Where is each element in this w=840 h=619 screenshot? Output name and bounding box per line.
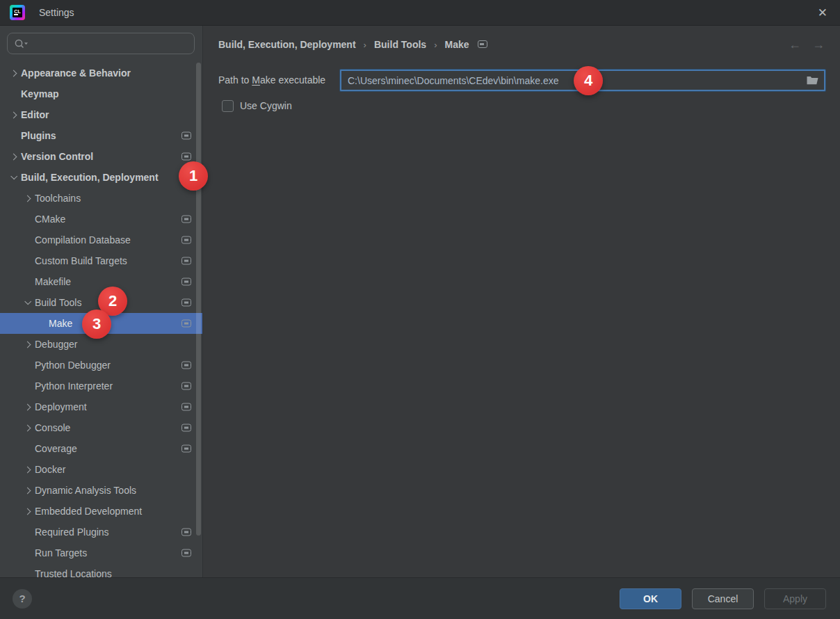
breadcrumb-segment[interactable]: Make — [444, 39, 469, 50]
sidebar-item-label: Coverage — [35, 443, 77, 454]
settings-scope-screen-icon — [181, 403, 191, 411]
sidebar-item-appearance-behavior[interactable]: Appearance & Behavior — [0, 63, 202, 83]
settings-scope-screen-icon — [181, 216, 191, 223]
sidebar-scrollbar[interactable] — [196, 63, 201, 536]
settings-scope-screen-icon — [181, 445, 191, 453]
use-cygwin-label: Use Cygwin — [240, 100, 292, 111]
breadcrumb-segment[interactable]: Build, Execution, Deployment — [218, 39, 356, 50]
chevron-spacer — [6, 125, 21, 146]
chevron-spacer — [19, 563, 35, 577]
chevron-right-icon[interactable] — [19, 459, 35, 480]
search-icon — [14, 38, 29, 49]
sidebar-item-build-execution-deployment[interactable]: Build, Execution, Deployment — [0, 167, 202, 188]
sidebar-item-deployment[interactable]: Deployment — [0, 396, 202, 417]
chevron-spacer — [19, 542, 35, 563]
chevron-right-icon[interactable] — [6, 104, 21, 125]
sidebar-item-plugins[interactable]: Plugins — [0, 125, 202, 146]
sidebar-item-run-targets[interactable]: Run Targets — [0, 542, 202, 563]
breadcrumb-segments: Build, Execution, Deployment›Build Tools… — [218, 39, 487, 50]
sidebar-item-python-debugger[interactable]: Python Debugger — [0, 355, 202, 376]
chevron-right-icon[interactable] — [19, 417, 35, 438]
clion-logo-icon: CL — [10, 5, 25, 20]
settings-content: Build, Execution, Deployment›Build Tools… — [202, 26, 840, 577]
sidebar-item-trusted-locations[interactable]: Trusted Locations — [0, 563, 202, 577]
sidebar-item-label: Python Interpreter — [35, 380, 113, 392]
sidebar-item-label: Make — [49, 318, 72, 329]
sidebar-item-label: Keymap — [21, 88, 58, 99]
settings-scope-screen-icon — [181, 320, 191, 328]
window-title: Settings — [39, 7, 74, 18]
chevron-spacer — [33, 313, 49, 334]
sidebar-item-docker[interactable]: Docker — [0, 459, 202, 480]
annotation-badge-1: 1 — [179, 161, 208, 191]
sidebar-item-keymap[interactable]: Keymap — [0, 83, 202, 104]
sidebar-item-label: Python Debugger — [35, 360, 111, 371]
search-input[interactable] — [32, 38, 194, 49]
chevron-spacer — [19, 271, 35, 292]
chevron-right-icon[interactable] — [19, 501, 35, 522]
browse-folder-icon[interactable] — [807, 76, 818, 85]
close-icon[interactable]: ✕ — [818, 6, 827, 20]
sidebar-item-makefile[interactable]: Makefile — [0, 271, 202, 292]
sidebar-item-editor[interactable]: Editor — [0, 104, 202, 125]
chevron-down-icon[interactable] — [19, 292, 35, 313]
chevron-right-icon[interactable] — [19, 188, 35, 209]
sidebar-item-label: CMake — [35, 214, 65, 225]
settings-scope-screen-icon — [181, 362, 191, 369]
breadcrumb: Build, Execution, Deployment›Build Tools… — [218, 26, 825, 63]
settings-dialog: CL Settings ✕ Appearance & BehaviorKeyma… — [0, 0, 840, 619]
sidebar-item-label: Build, Execution, Deployment — [21, 172, 159, 183]
sidebar-item-embedded-development[interactable]: Embedded Development — [0, 501, 202, 522]
chevron-spacer — [19, 438, 35, 459]
search-box[interactable] — [7, 33, 195, 54]
chevron-down-icon[interactable] — [6, 167, 21, 188]
chevron-right-icon[interactable] — [19, 396, 35, 417]
sidebar-item-toolchains[interactable]: Toolchains — [0, 188, 202, 209]
sidebar-item-label: Run Targets — [35, 547, 87, 558]
sidebar-item-label: Docker — [35, 464, 65, 475]
ok-button[interactable]: OK — [620, 588, 681, 609]
sidebar-item-label: Console — [35, 422, 70, 433]
breadcrumb-separator: › — [356, 40, 374, 50]
sidebar-item-label: Dynamic Analysis Tools — [35, 485, 136, 496]
cancel-button[interactable]: Cancel — [692, 588, 754, 609]
chevron-spacer — [19, 522, 35, 542]
sidebar-item-label: Makefile — [35, 276, 71, 287]
sidebar-item-required-plugins[interactable]: Required Plugins — [0, 522, 202, 542]
sidebar-item-dynamic-analysis-tools[interactable]: Dynamic Analysis Tools — [0, 480, 202, 501]
sidebar-item-custom-build-targets[interactable]: Custom Build Targets — [0, 250, 202, 271]
sidebar-item-coverage[interactable]: Coverage — [0, 438, 202, 459]
sidebar-item-label: Build Tools — [35, 297, 81, 308]
sidebar-item-label: Embedded Development — [35, 506, 142, 517]
sidebar-item-label: Compilation Database — [35, 234, 131, 246]
chevron-spacer — [19, 250, 35, 271]
settings-scope-screen-icon — [478, 40, 487, 48]
back-icon[interactable]: ← — [789, 38, 801, 52]
chevron-right-icon[interactable] — [19, 480, 35, 501]
settings-scope-screen-icon — [181, 529, 191, 536]
chevron-right-icon[interactable] — [6, 63, 21, 83]
sidebar-item-python-interpreter[interactable]: Python Interpreter — [0, 376, 202, 396]
settings-scope-screen-icon — [181, 424, 191, 432]
sidebar-item-label: Toolchains — [35, 193, 81, 204]
use-cygwin-checkbox[interactable] — [222, 100, 234, 112]
settings-scope-screen-icon — [181, 549, 191, 557]
chevron-spacer — [6, 83, 21, 104]
help-button[interactable]: ? — [13, 589, 32, 609]
dialog-footer: ? OK Cancel Apply — [0, 577, 840, 619]
chevron-right-icon[interactable] — [6, 146, 21, 167]
annotation-badge-4: 4 — [574, 66, 603, 95]
settings-scope-screen-icon — [181, 257, 191, 265]
breadcrumb-segment[interactable]: Build Tools — [374, 39, 426, 50]
settings-scope-screen-icon — [181, 153, 191, 161]
settings-scope-screen-icon — [181, 236, 191, 244]
sidebar-item-compilation-database[interactable]: Compilation Database — [0, 230, 202, 250]
sidebar-item-version-control[interactable]: Version Control — [0, 146, 202, 167]
apply-button: Apply — [764, 588, 826, 609]
forward-icon[interactable]: → — [812, 38, 825, 52]
annotation-badge-3: 3 — [82, 310, 111, 339]
chevron-right-icon[interactable] — [19, 334, 35, 355]
sidebar-item-cmake[interactable]: CMake — [0, 209, 202, 230]
sidebar-item-console[interactable]: Console — [0, 417, 202, 438]
settings-scope-screen-icon — [181, 383, 191, 390]
